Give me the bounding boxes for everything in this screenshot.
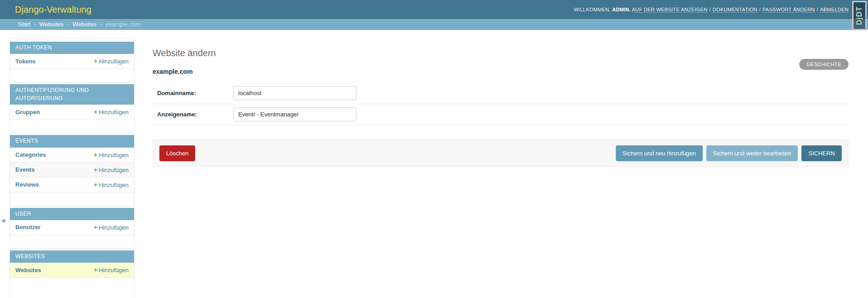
add-icon: + [94, 58, 97, 65]
display-name-input[interactable] [233, 107, 356, 121]
benutzer-link[interactable]: Benutzer [15, 224, 41, 231]
nav-sidebar: AUTH TOKEN Tokens +Hinzufügen AUTHENTIFI… [10, 38, 134, 298]
sidebar-section-user[interactable]: USER [10, 208, 134, 220]
display-name-label: Anzeigename: [157, 107, 233, 118]
tokens-link[interactable]: Tokens [15, 58, 36, 65]
gruppen-link[interactable]: Gruppen [15, 109, 40, 115]
add-icon: + [94, 166, 97, 173]
events-link[interactable]: Events [15, 166, 35, 173]
add-icon: + [94, 224, 97, 231]
breadcrumb-separator: › [100, 21, 102, 28]
sidebar-spacer [10, 120, 134, 133]
form-row-display-name: Anzeigename: [153, 104, 849, 125]
sidebar-section-auth[interactable]: AUTHENTIFIZIERUNG UND AUTORISIERUNG [10, 84, 134, 105]
app-header: Django-Verwaltung WILLKOMMEN, ADMIN. AUF… [0, 0, 868, 19]
documentation-link[interactable]: DOKUMENTATION [713, 7, 758, 13]
categories-link[interactable]: Categories [15, 151, 46, 158]
sidebar-spacer [10, 192, 134, 206]
user-tools-separator: / [709, 7, 710, 12]
user-tools: WILLKOMMEN, ADMIN. AUF DER WEBSITE ANZEI… [574, 7, 849, 12]
history-button[interactable]: GESCHICHTE [799, 59, 849, 70]
breadcrumb: Start › Websites › Websites › example.co… [0, 19, 868, 30]
sidebar-spacer [10, 69, 134, 82]
sidebar-item-reviews[interactable]: Reviews +Hinzufügen [10, 178, 134, 192]
submit-row: Löschen Sichern und neu hinzufügen Siche… [153, 139, 849, 167]
add-gruppen-link[interactable]: +Hinzufügen [94, 108, 129, 115]
site-title[interactable]: Django-Verwaltung [15, 5, 91, 15]
save-button[interactable]: SICHERN [801, 145, 842, 161]
sidebar-item-websites[interactable]: Websites +Hinzufügen [10, 263, 134, 278]
add-events-link[interactable]: +Hinzufügen [94, 166, 129, 173]
save-and-continue-button[interactable]: Sichern und weiter bearbeiten [706, 145, 798, 161]
welcome-text: WILLKOMMEN, [574, 7, 611, 12]
page-title: Website ändern [153, 48, 849, 58]
breadcrumb-separator: › [34, 21, 36, 28]
object-name: example.com [153, 68, 849, 75]
breadcrumb-model-link[interactable]: Websites [72, 21, 96, 28]
user-tools-separator: / [817, 7, 818, 12]
user-tools-separator: / [759, 7, 761, 12]
save-and-add-button[interactable]: Sichern und neu hinzufügen [616, 145, 703, 161]
breadcrumb-separator: › [67, 21, 69, 28]
sidebar-section-auth-token[interactable]: AUTH TOKEN [10, 42, 134, 54]
add-icon: + [94, 108, 97, 115]
add-icon: + [94, 151, 97, 159]
breadcrumb-app-link[interactable]: Websites [39, 21, 63, 28]
add-websites-link[interactable]: +Hinzufügen [94, 266, 129, 274]
domain-name-input[interactable] [233, 86, 356, 100]
change-password-link[interactable]: PASSWORT ÄNDERN [762, 7, 815, 13]
object-tools: GESCHICHTE [799, 59, 849, 70]
sidebar-spacer [10, 235, 134, 249]
sidebar-item-tokens[interactable]: Tokens +Hinzufügen [10, 54, 134, 69]
form-row-domain: Domainname: [153, 83, 849, 104]
domain-name-label: Domainname: [157, 86, 233, 96]
sidebar-section-events[interactable]: EVENTS [10, 135, 134, 147]
add-benutzer-link[interactable]: +Hinzufügen [94, 224, 129, 231]
reviews-link[interactable]: Reviews [15, 181, 39, 188]
add-icon: + [94, 181, 97, 188]
sidebar-item-events[interactable]: Events +Hinzufügen [10, 163, 134, 178]
debug-toolbar-handle[interactable]: DjDT [852, 1, 867, 30]
debug-toolbar-label: DjDT [856, 6, 863, 25]
delete-button[interactable]: Löschen [159, 145, 195, 161]
breadcrumb-current: example.com [106, 21, 140, 28]
add-categories-link[interactable]: +Hinzufügen [94, 151, 129, 159]
view-site-link[interactable]: AUF DER WEBSITE ANZEIGEN [632, 7, 708, 13]
sidebar-item-gruppen[interactable]: Gruppen +Hinzufügen [10, 105, 134, 120]
websites-link[interactable]: Websites [15, 267, 41, 274]
add-icon: + [94, 266, 97, 274]
sidebar-item-categories[interactable]: Categories +Hinzufügen [10, 148, 134, 163]
sidebar-collapse-toggle[interactable]: « [2, 216, 6, 225]
main-content: GESCHICHTE Website ändern example.com Do… [153, 30, 849, 167]
change-form: Domainname: Anzeigename: Löschen Sichern… [153, 83, 849, 167]
breadcrumb-home-link[interactable]: Start [18, 21, 30, 28]
sidebar-item-benutzer[interactable]: Benutzer +Hinzufügen [10, 220, 134, 235]
logout-link[interactable]: ABMELDEN [820, 7, 849, 13]
username: ADMIN. [612, 7, 631, 12]
sidebar-section-websites[interactable]: WEBSITES [10, 250, 134, 263]
add-tokens-link[interactable]: +Hinzufügen [94, 58, 129, 65]
add-reviews-link[interactable]: +Hinzufügen [94, 181, 129, 188]
